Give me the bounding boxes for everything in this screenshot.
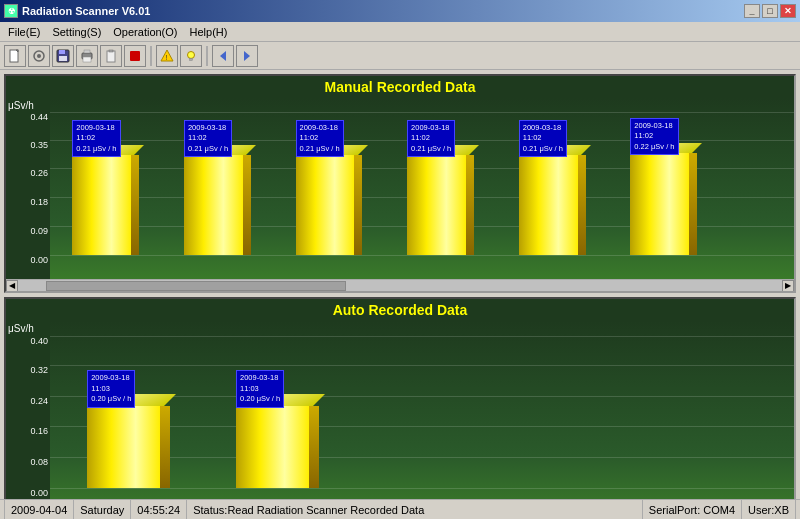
svg-rect-0 bbox=[10, 50, 18, 62]
manual-bar-6: 2009-03-1811:020.22 μSv / h bbox=[630, 153, 712, 255]
toolbar-btn-8[interactable] bbox=[180, 45, 202, 67]
manual-y-tick-4: 0.18 bbox=[30, 197, 48, 207]
title-bar-left: ☢ Radiation Scanner V6.01 bbox=[4, 4, 150, 18]
toolbar-btn-9[interactable] bbox=[212, 45, 234, 67]
toolbar-btn-1[interactable] bbox=[4, 45, 26, 67]
main-content: Manual Recorded Data μSv/h 0.44 0.35 0.2… bbox=[0, 70, 800, 519]
manual-bar-3-tooltip: 2009-03-1811:020.21 μSv / h bbox=[296, 120, 344, 158]
svg-rect-11 bbox=[109, 50, 113, 52]
status-date: 2009-04-04 bbox=[4, 500, 74, 519]
toolbar-btn-3[interactable] bbox=[52, 45, 74, 67]
auto-chart-container: Auto Recorded Data μSv/h 0.40 0.32 0.24 … bbox=[4, 297, 796, 516]
manual-y-label: μSv/h bbox=[8, 100, 34, 111]
manual-bar-1: 2009-03-1811:020.21 μSv / h bbox=[72, 155, 154, 255]
close-button[interactable]: ✕ bbox=[780, 4, 796, 18]
status-serial-port: SerialPort: COM4 bbox=[643, 500, 742, 519]
grid-line-6 bbox=[50, 255, 794, 256]
manual-bar-1-tooltip: 2009-03-1811:020.21 μSv / h bbox=[72, 120, 120, 158]
auto-y-tick-5: 0.08 bbox=[30, 457, 48, 467]
svg-rect-16 bbox=[190, 58, 193, 60]
toolbar-btn-7[interactable]: ! bbox=[156, 45, 178, 67]
title-bar: ☢ Radiation Scanner V6.01 _ □ ✕ bbox=[0, 0, 800, 22]
menu-setting[interactable]: Setting(S) bbox=[46, 24, 107, 40]
scrollbar-right-arrow[interactable]: ▶ bbox=[782, 280, 794, 292]
scrollbar-thumb[interactable] bbox=[46, 281, 346, 291]
auto-y-tick-4: 0.16 bbox=[30, 426, 48, 436]
svg-point-15 bbox=[188, 51, 195, 58]
toolbar-btn-10[interactable] bbox=[236, 45, 258, 67]
svg-rect-8 bbox=[84, 50, 90, 53]
svg-rect-10 bbox=[107, 51, 115, 62]
auto-y-tick-3: 0.24 bbox=[30, 396, 48, 406]
status-time: 04:55:24 bbox=[131, 500, 187, 519]
manual-bar-4: 2009-03-1811:020.21 μSv / h bbox=[407, 155, 489, 255]
auto-chart-area: 2009-03-1811:030.20 μSv / h 2009-03-1811… bbox=[50, 321, 794, 514]
manual-y-tick-5: 0.09 bbox=[30, 226, 48, 236]
toolbar: ! bbox=[0, 42, 800, 70]
toolbar-btn-5[interactable] bbox=[100, 45, 122, 67]
status-bar: 2009-04-04 Saturday 04:55:24 Status:Read… bbox=[0, 499, 800, 519]
svg-rect-12 bbox=[130, 51, 140, 61]
status-user: User:XB bbox=[742, 500, 796, 519]
toolbar-btn-4[interactable] bbox=[76, 45, 98, 67]
manual-y-axis: μSv/h 0.44 0.35 0.26 0.18 0.09 0.00 bbox=[6, 98, 50, 279]
manual-chart-area: 2009-03-1811:020.21 μSv / h 2009-03-1811… bbox=[50, 98, 794, 279]
manual-bar-6-tooltip: 2009-03-1811:020.22 μSv / h bbox=[630, 118, 678, 156]
svg-marker-17 bbox=[220, 51, 226, 61]
auto-bar-1-tooltip: 2009-03-1811:030.20 μSv / h bbox=[87, 370, 135, 408]
status-day: Saturday bbox=[74, 500, 131, 519]
scrollbar-left-arrow[interactable]: ◀ bbox=[6, 280, 18, 292]
svg-rect-6 bbox=[59, 56, 67, 61]
manual-chart-title: Manual Recorded Data bbox=[6, 76, 794, 98]
auto-bar-1: 2009-03-1811:030.20 μSv / h bbox=[87, 406, 199, 488]
toolbar-separator-1 bbox=[150, 46, 152, 66]
auto-bar-2-tooltip: 2009-03-1811:030.20 μSv / h bbox=[236, 370, 284, 408]
manual-y-tick-2: 0.35 bbox=[30, 140, 48, 150]
manual-scrollbar[interactable]: ◀ ▶ bbox=[6, 279, 794, 291]
menu-file[interactable]: File(E) bbox=[2, 24, 46, 40]
auto-y-tick-2: 0.32 bbox=[30, 365, 48, 375]
auto-y-label: μSv/h bbox=[8, 323, 34, 334]
menu-help[interactable]: Help(H) bbox=[184, 24, 234, 40]
auto-grid-line-1 bbox=[50, 336, 794, 337]
grid-line-1 bbox=[50, 112, 794, 113]
app-icon: ☢ bbox=[4, 4, 18, 18]
toolbar-btn-6[interactable] bbox=[124, 45, 146, 67]
manual-bar-5: 2009-03-1811:020.21 μSv / h bbox=[519, 155, 601, 255]
manual-bar-2-tooltip: 2009-03-1811:020.21 μSv / h bbox=[184, 120, 232, 158]
auto-y-tick-6: 0.00 bbox=[30, 488, 48, 498]
manual-y-tick-3: 0.26 bbox=[30, 168, 48, 178]
manual-bar-4-tooltip: 2009-03-1811:020.21 μSv / h bbox=[407, 120, 455, 158]
manual-bar-5-tooltip: 2009-03-1811:020.21 μSv / h bbox=[519, 120, 567, 158]
svg-rect-9 bbox=[83, 57, 91, 62]
auto-chart-title: Auto Recorded Data bbox=[6, 299, 794, 321]
menu-operation[interactable]: Operation(O) bbox=[107, 24, 183, 40]
toolbar-separator-2 bbox=[206, 46, 208, 66]
auto-bar-2: 2009-03-1811:030.20 μSv / h bbox=[236, 406, 348, 488]
status-message: Status:Read Radiation Scanner Recorded D… bbox=[187, 500, 643, 519]
auto-y-axis: μSv/h 0.40 0.32 0.24 0.16 0.08 0.00 bbox=[6, 321, 50, 514]
svg-rect-5 bbox=[59, 50, 65, 54]
manual-y-tick-1: 0.44 bbox=[30, 112, 48, 122]
manual-y-tick-6: 0.00 bbox=[30, 255, 48, 265]
title-bar-controls[interactable]: _ □ ✕ bbox=[744, 4, 796, 18]
svg-point-3 bbox=[37, 54, 41, 58]
svg-marker-18 bbox=[244, 51, 250, 61]
menu-bar: File(E) Setting(S) Operation(O) Help(H) bbox=[0, 22, 800, 42]
auto-grid-line-6 bbox=[50, 488, 794, 489]
toolbar-btn-2[interactable] bbox=[28, 45, 50, 67]
manual-chart-container: Manual Recorded Data μSv/h 0.44 0.35 0.2… bbox=[4, 74, 796, 293]
auto-grid-line-2 bbox=[50, 365, 794, 366]
manual-bar-2: 2009-03-1811:020.21 μSv / h bbox=[184, 155, 266, 255]
svg-text:!: ! bbox=[166, 54, 168, 61]
auto-y-tick-1: 0.40 bbox=[30, 336, 48, 346]
minimize-button[interactable]: _ bbox=[744, 4, 760, 18]
manual-bar-3: 2009-03-1811:020.21 μSv / h bbox=[296, 155, 378, 255]
app-title: Radiation Scanner V6.01 bbox=[22, 5, 150, 17]
maximize-button[interactable]: □ bbox=[762, 4, 778, 18]
